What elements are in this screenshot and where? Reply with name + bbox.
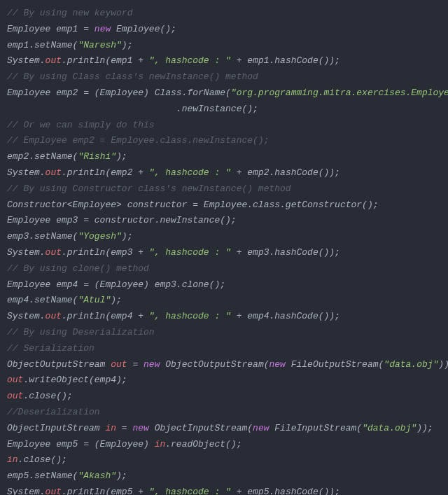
code-line: Employee emp5 = (Employee) in.readObject… [7, 437, 441, 453]
code-token-default: Employee emp5 = (Employee) [7, 439, 155, 449]
code-line: // Or we can simply do this [7, 118, 441, 134]
code-line: emp1.setName("Naresh"); [7, 38, 441, 54]
code-token-default: + emp4.hashCode()); [231, 311, 340, 321]
code-token-default: = [116, 423, 132, 433]
code-line: // By using Class class's newInstance() … [7, 69, 441, 85]
code-token-default: .newInstance(); [7, 104, 258, 114]
code-token-default: ObjectOutputStream [7, 359, 111, 370]
code-line: // By using clone() method [7, 261, 441, 277]
code-line: // By using new keyword [7, 6, 441, 22]
code-line: System.out.println(emp3 + ", hashcode : … [7, 245, 441, 261]
code-token-default: System. [7, 487, 46, 495]
code-token-default: ); [116, 151, 127, 162]
code-token-default: + emp3.hashCode()); [231, 247, 340, 258]
code-token-default: ObjectOutputStream( [160, 359, 269, 370]
code-token-field: out [46, 167, 62, 178]
code-token-default: + emp2.hashCode()); [231, 167, 340, 178]
code-token-string: "Naresh" [78, 40, 121, 50]
code-token-field: in [155, 439, 166, 449]
code-token-field: out [111, 359, 127, 370]
code-token-keyword: new [253, 423, 269, 433]
code-token-field: out [7, 391, 23, 401]
code-token-comment: // By using new keyword [7, 8, 132, 18]
code-token-default: System. [7, 55, 46, 66]
code-token-default: FileOutputStream( [286, 359, 384, 370]
code-token-default: + emp5.hashCode()); [231, 487, 340, 495]
code-token-string: ", hashcode : " [149, 311, 231, 321]
code-token-default: Constructor<Employee> constructor = Empl… [7, 200, 379, 210]
code-token-field: out [46, 55, 62, 66]
code-token-default: ); [122, 231, 133, 242]
code-token-string: "data.obj" [384, 359, 438, 370]
code-token-default: ); [116, 470, 127, 481]
code-token-default: .println(emp1 + [62, 55, 149, 66]
code-token-string: "Akash" [78, 470, 116, 481]
code-token-default: .close(); [18, 454, 67, 465]
code-token-default: .println(emp4 + [62, 311, 149, 321]
code-token-default: System. [7, 311, 46, 321]
code-token-comment: // Serialization [7, 343, 94, 354]
code-line: Employee emp4 = (Employee) emp3.clone(); [7, 277, 441, 293]
code-line: ObjectInputStream in = new ObjectInputSt… [7, 421, 441, 437]
code-token-comment: // By using Class class's newInstance() … [7, 71, 258, 82]
code-line: System.out.println(emp4 + ", hashcode : … [7, 309, 441, 325]
code-token-comment: // By using Constructor class's newInsta… [7, 183, 291, 194]
code-line: Employee emp2 = (Employee) Class.forName… [7, 85, 441, 102]
code-line: emp2.setName("Rishi"); [7, 149, 441, 165]
code-line: Constructor<Employee> constructor = Empl… [7, 197, 441, 214]
code-token-default: ObjectInputStream( [149, 423, 253, 433]
code-token-default: emp2.setName( [7, 151, 78, 162]
code-token-default: ObjectInputStream [7, 423, 105, 433]
code-token-keyword: new [144, 359, 160, 370]
code-token-keyword: new [94, 24, 111, 34]
code-token-comment: //Deserialization [7, 407, 100, 417]
code-token-default: System. [7, 247, 46, 258]
code-line: Employee emp3 = constructor.newInstance(… [7, 213, 441, 229]
code-line: in.close(); [7, 452, 441, 468]
code-token-default: .readObject(); [165, 439, 241, 449]
code-token-field: out [46, 487, 62, 495]
code-token-default: .writeObject(emp4); [23, 375, 127, 385]
code-token-string: "data.obj" [362, 423, 416, 433]
code-token-string: "Yogesh" [78, 231, 121, 242]
code-token-comment: // Or we can simply do this [7, 120, 155, 130]
code-line: // Serialization [7, 341, 441, 357]
code-line: out.writeObject(emp4); [7, 372, 441, 389]
code-line: System.out.println(emp1 + ", hashcode : … [7, 53, 441, 69]
code-token-string: ", hashcode : " [149, 247, 231, 258]
code-token-default: Employee emp3 = constructor.newInstance(… [7, 215, 237, 225]
code-token-string: ", hashcode : " [149, 487, 231, 495]
code-token-string: ", hashcode : " [149, 167, 231, 178]
code-token-default: )); [438, 359, 448, 370]
code-token-default: Employee emp1 = [7, 24, 94, 34]
code-line: System.out.println(emp2 + ", hashcode : … [7, 165, 441, 181]
code-token-comment: // By using Deserialization [7, 327, 155, 337]
code-token-string: "Atul" [78, 295, 111, 305]
code-token-default: + emp1.hashCode()); [231, 55, 340, 66]
code-token-field: out [7, 375, 23, 385]
code-token-default: Employee(); [111, 24, 176, 34]
code-token-field: in [7, 454, 18, 465]
code-token-default: Employee emp2 = (Employee) Class.forName… [7, 88, 231, 98]
code-line: out.close(); [7, 389, 441, 405]
code-block: // By using new keywordEmployee emp1 = n… [7, 6, 441, 495]
code-token-default: System. [7, 167, 46, 178]
code-token-field: in [105, 423, 116, 433]
code-token-default: .println(emp5 + [62, 487, 149, 495]
code-line: // By using Deserialization [7, 325, 441, 341]
code-token-string: ", hashcode : " [149, 55, 231, 66]
code-token-default: ); [122, 40, 133, 50]
code-token-field: out [46, 311, 62, 321]
code-line: Employee emp1 = new Employee(); [7, 22, 441, 38]
code-token-string: "Rishi" [78, 151, 116, 162]
code-line: // By using Constructor class's newInsta… [7, 181, 441, 197]
code-token-comment: // Employee emp2 = Employee.class.newIns… [7, 135, 269, 146]
code-line: emp4.setName("Atul"); [7, 293, 441, 309]
code-token-keyword: new [269, 359, 285, 370]
code-token-default: Employee emp4 = (Employee) emp3.clone(); [7, 279, 225, 290]
code-token-default: emp4.setName( [7, 295, 78, 305]
code-token-default: emp1.setName( [7, 40, 78, 50]
code-line: //Deserialization [7, 405, 441, 421]
code-token-default: .close(); [23, 391, 72, 401]
code-token-default: emp5.setName( [7, 470, 78, 481]
